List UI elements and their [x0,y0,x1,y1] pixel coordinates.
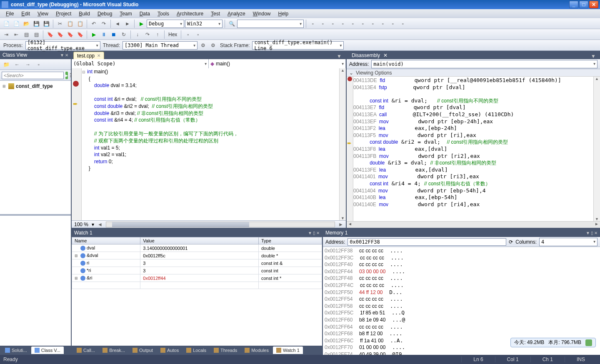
watch-grid[interactable]: NameValueTypedval3.1400000000000001doubl… [72,237,322,346]
menu-build[interactable]: Build [75,10,93,17]
comment-icon[interactable]: ▤ [22,30,31,39]
bookmark-icon[interactable]: 🔖 [45,30,55,39]
col-header[interactable]: Type [258,237,322,244]
outdent-icon[interactable]: ⇤ [12,30,21,39]
copy-icon[interactable]: 📋 [65,19,75,28]
tab-autos[interactable]: Autos [157,347,182,354]
bookmark-clear-icon[interactable]: 🔖 [75,30,85,39]
hscrollbar[interactable] [106,222,335,227]
dropdown-icon[interactable]: ▼ [586,231,590,235]
menu-test[interactable]: Test [208,10,223,17]
dropdown-icon[interactable]: ▼ [60,53,64,57]
tab-disassembly[interactable]: Disassembly ✕ [348,52,391,59]
tab-classv[interactable]: Class V... [31,347,64,354]
menu-tools[interactable]: Tools [154,10,172,17]
close-button[interactable]: ✕ [589,1,598,8]
breakpoint-icon[interactable] [348,77,352,81]
find-icon[interactable]: 🔍 [227,19,236,28]
watch-row[interactable]: ri3const int & [72,259,322,267]
chevron-down-icon[interactable]: ⌄ [349,70,353,76]
maximize-button[interactable]: □ [579,1,588,8]
code-area[interactable]: ➨ ⊟ int main() { double dval = 3.14; con… [72,68,346,220]
scroll-left-icon[interactable]: ◄ [98,222,102,227]
minimize-button[interactable]: _ [569,1,578,8]
config-combo[interactable]: Debug [147,20,184,28]
process-combo[interactable]: [6132] const_diff_type.exe [25,41,100,50]
close-icon[interactable]: ✕ [65,53,68,57]
step-into-icon[interactable]: ↓ [133,30,142,39]
menu-team[interactable]: Team [116,10,135,17]
viewing-options[interactable]: ⌄ Viewing Options [347,69,600,77]
breakpoint-icon[interactable] [73,81,79,87]
restart-icon[interactable]: ↻ [119,30,128,39]
tool-icon[interactable]: ▫ [388,19,398,28]
search-input[interactable] [2,72,64,79]
close-icon[interactable]: ✕ [594,231,598,235]
continue-icon[interactable]: ▶ [89,30,98,39]
step-over-icon[interactable]: ↷ [143,30,152,39]
tool-icon[interactable]: ▫ [318,19,328,28]
new-folder-icon[interactable]: 📁 [2,60,11,69]
menu-architecture[interactable]: Architecture [173,10,207,17]
thread-icon[interactable]: ⚙ [208,41,218,50]
code-lines[interactable]: ⊟ int main() { double dval = 3.14; const… [82,68,339,220]
open-icon[interactable]: 📂 [22,19,31,28]
refresh-icon[interactable]: ⟳ [509,239,513,245]
nav-back-icon[interactable]: ◄ [113,19,122,28]
zoom-level[interactable]: 100 % [74,222,88,227]
columns-combo[interactable]: 4 [539,238,598,246]
col-header[interactable]: Name [72,237,140,244]
stop-icon[interactable]: ⏹ [109,30,118,39]
pin-icon[interactable]: ▯ [313,231,315,235]
thread-combo[interactable]: [3300] Main Thread [122,41,198,50]
tab-modules[interactable]: Modules [241,347,272,354]
pause-icon[interactable]: ⏸ [99,30,108,39]
menu-window[interactable]: Window [250,10,274,17]
tab-locals[interactable]: Locals [183,347,210,354]
new-project-icon[interactable]: 📄 [2,19,11,28]
address-combo[interactable]: main(void) [371,60,598,68]
frame-combo[interactable]: const_diff_type.exe!main() Line 6 [252,41,344,50]
undo-icon[interactable]: ↶ [89,19,98,28]
menu-edit[interactable]: Edit [18,10,33,17]
uncomment-icon[interactable]: ▤ [32,30,41,39]
tool-icon[interactable]: ▫ [338,19,348,28]
save-all-icon[interactable]: 💾 [42,19,51,28]
tab-watch1[interactable]: Watch 1 [273,347,303,354]
address-input[interactable] [348,238,506,246]
thread-icon[interactable]: ⚙ [198,41,208,50]
scope-right-combo[interactable]: ◆main() [209,59,346,68]
tabs-dropdown-icon[interactable]: ▼ [337,53,342,59]
watch-row[interactable]: *ri3const int [72,267,322,274]
new-file-icon[interactable]: 📄 [12,19,21,28]
watch-row[interactable]: ⊞&dval0x0012ff5cdouble * [72,252,322,259]
menu-view[interactable]: View [34,10,52,17]
tab-output[interactable]: Output [129,347,156,354]
menu-debug[interactable]: Debug [94,10,115,17]
zoom-dropdown-icon[interactable]: ▾ [92,222,94,227]
disasm-hscroll[interactable]: ◄► [347,221,600,228]
menu-project[interactable]: Project [52,10,75,17]
tool-icon[interactable]: ▫ [378,19,388,28]
menu-file[interactable]: File [2,10,17,17]
step-out-icon[interactable]: ↑ [153,30,162,39]
vscrollbar[interactable]: ▲▼ [593,77,600,221]
close-icon[interactable]: ✕ [316,231,320,235]
bookmark-prev-icon[interactable]: 🔖 [65,30,75,39]
scope-left-combo[interactable]: (Global Scope) [72,59,209,68]
paste-icon[interactable]: 📋 [75,19,85,28]
tabs-dropdown-icon[interactable]: ▼ [591,53,596,59]
close-icon[interactable]: ✕ [97,53,100,58]
tab-call[interactable]: Call... [73,347,98,354]
tree-item-project[interactable]: ⊞ const_diff_type [2,82,69,90]
hex-label[interactable]: Hex [167,32,179,37]
tool-icon[interactable]: ▫ [348,19,358,28]
tool-icon[interactable]: ▫ [398,19,408,28]
tool-icon[interactable]: ▫ [368,19,378,28]
go-button[interactable]: ▸ [65,72,68,79]
cut-icon[interactable]: ✂ [55,19,65,28]
tab-testcpp[interactable]: test.cpp ✕ [73,52,104,59]
watch-row[interactable]: ⊞&ri0x0012ff44const int * [72,274,322,282]
back-icon[interactable]: ← [12,60,22,69]
window-icon[interactable]: ▫ [193,30,202,39]
